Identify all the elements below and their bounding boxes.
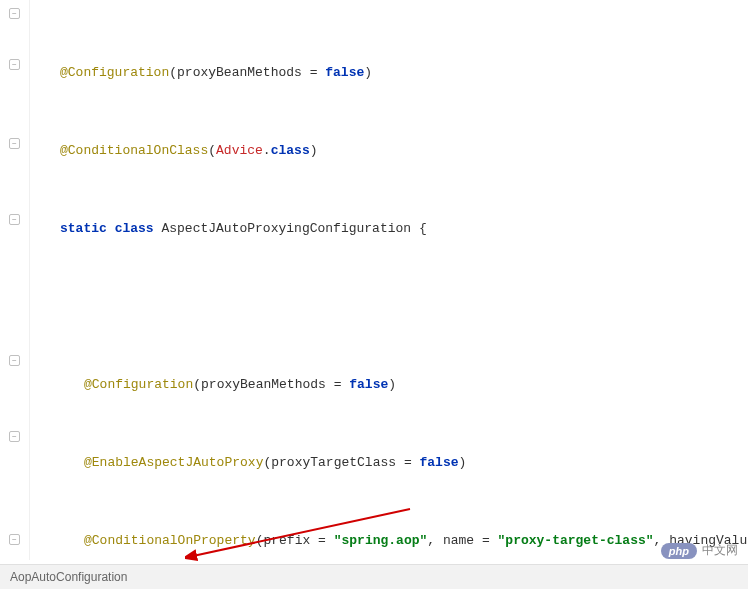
gutter: − − − − − − − (0, 0, 30, 560)
code-line: @Configuration(proxyBeanMethods = false) (60, 60, 748, 86)
code-line: @Configuration(proxyBeanMethods = false) (60, 372, 748, 398)
fold-icon[interactable]: − (9, 534, 20, 545)
code-line: @EnableAspectJAutoProxy(proxyTargetClass… (60, 450, 748, 476)
code-line: @ConditionalOnProperty(prefix = "spring.… (60, 528, 748, 554)
code-area[interactable]: @Configuration(proxyBeanMethods = false)… (30, 0, 748, 560)
fold-icon[interactable]: − (9, 355, 20, 366)
fold-icon[interactable]: − (9, 8, 20, 19)
breadcrumb[interactable]: AopAutoConfiguration (0, 564, 748, 589)
fold-icon[interactable]: − (9, 138, 20, 149)
watermark: php 中文网 (661, 542, 738, 559)
watermark-text: 中文网 (702, 542, 738, 559)
code-editor[interactable]: − − − − − − − @Configuration(proxyBeanMe… (0, 0, 748, 560)
fold-icon[interactable]: − (9, 59, 20, 70)
fold-icon[interactable]: − (9, 214, 20, 225)
code-line (60, 294, 748, 320)
code-line: @ConditionalOnClass(Advice.class) (60, 138, 748, 164)
php-badge-icon: php (661, 543, 697, 559)
breadcrumb-item[interactable]: AopAutoConfiguration (10, 570, 127, 584)
code-line: static class AspectJAutoProxyingConfigur… (60, 216, 748, 242)
fold-icon[interactable]: − (9, 431, 20, 442)
